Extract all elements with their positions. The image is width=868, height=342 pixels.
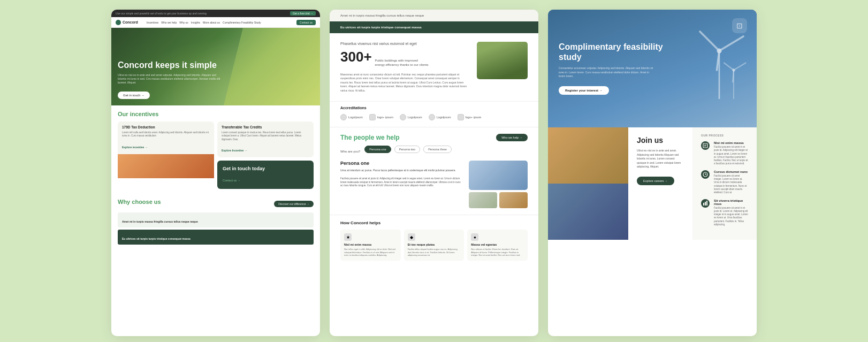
- card-tax-credits-link[interactable]: Explore Incentive →: [222, 149, 247, 152]
- tab-persona-one[interactable]: Persona one: [364, 146, 391, 153]
- card-tax-credits-text: Lorem consect quisque in mactus tes. Ris…: [222, 131, 309, 141]
- p3-hero-title: Complimentary feasibility study: [559, 42, 666, 62]
- stat-title: Phasellus vivamus nisi varius euismod et…: [340, 42, 468, 45]
- card-179d-content: 179D Tax Deduction Lorem elit nulla sed …: [118, 121, 214, 154]
- p2-top-banner: Amet mi in turpis massa fringilla cursus…: [330, 10, 538, 21]
- acc-name-5: logo+ ipsum: [466, 116, 482, 119]
- how-title: How Concord helps: [340, 221, 528, 225]
- process-section: OUR PROCESS Nisi mi enim massa Facilisi …: [692, 127, 757, 240]
- stat-content: Phasellus vivamus nisi varius euismod et…: [340, 42, 468, 93]
- persona-image-right: [499, 192, 528, 208]
- p3-hero-content: Complimentary feasibility study Consecte…: [559, 42, 746, 95]
- process-item-1-text: Facilisi posuere sit amet in et justo id…: [714, 146, 748, 166]
- navbar-cta[interactable]: Contact us: [296, 20, 316, 25]
- accreditations-title: Accreditations: [340, 106, 528, 110]
- acc-logo-5: logo+ ipsum: [458, 114, 482, 120]
- people-title: The people we help: [340, 134, 400, 141]
- stat-body: Maecenas amet at nunc consectetur dictum…: [340, 73, 468, 93]
- how-cards: ★ Nisl mi enim massa Nec tellus eget in …: [340, 230, 528, 261]
- process-icon-1: [701, 141, 710, 150]
- persona-image-left: [469, 192, 497, 208]
- why-section: Why choose us Discover our difference → …: [111, 194, 320, 336]
- join-content: Join us Ultrut ex nisi ex in ante and am…: [628, 127, 692, 240]
- persona-image-main: [469, 161, 528, 190]
- scan-icon: ⊡: [736, 21, 743, 30]
- process-item-1: Nisi mi enim massa Facilisi posuere sit …: [701, 141, 748, 166]
- card-tax-credits: Transferable Tax Credits Lorem consect q…: [217, 121, 314, 157]
- cta-card-link[interactable]: Contact us →: [223, 179, 240, 182]
- incentives-section: Our incentives 179D Tax Deduction Lorem …: [111, 105, 320, 194]
- explore-careers-button[interactable]: Explore careers →: [637, 177, 674, 185]
- people-section: The people we help Who we help → Who are…: [330, 127, 538, 215]
- card-179d-image: [118, 154, 214, 178]
- p3-hero-cta-button[interactable]: Register your interest →: [559, 86, 609, 95]
- how-card-2-text: Facilisi tellus aliquet facilisi augue n…: [408, 248, 461, 257]
- nav-item-insights[interactable]: Insights: [191, 21, 200, 24]
- cta-card-title: Get in touch today: [223, 166, 308, 171]
- topbar-cta[interactable]: Get a free trial →: [290, 11, 316, 16]
- stats-section: Phasellus vivamus nisi varius euismod et…: [330, 33, 538, 101]
- nav-item-more[interactable]: More about us: [203, 21, 220, 24]
- tab-persona-three[interactable]: Persona three: [423, 146, 452, 153]
- panel-1: Use our simple and powerful set of tools…: [111, 10, 320, 336]
- logo-icon: [116, 20, 121, 25]
- svg-rect-16: [703, 203, 704, 206]
- accreditations-logos: Logolpsum logo+ ipsum Logolpsum Logolpsu…: [340, 114, 528, 120]
- topbar-text: Use our simple and powerful set of tools…: [116, 12, 290, 15]
- how-section: How Concord helps ★ Nisl mi enim massa N…: [330, 215, 538, 266]
- panel-3: ⊡ Complimentary feasibility study Consec…: [548, 10, 757, 336]
- nav-item-incentives[interactable]: Incentives: [147, 21, 159, 24]
- cta-card: Get in touch today Contact us →: [217, 161, 314, 189]
- acc-name-1: Logolpsum: [348, 116, 363, 119]
- acc-circle-4: [429, 114, 435, 120]
- hero-cta-button[interactable]: Get in touch →: [118, 92, 150, 99]
- why-title: Why choose us: [118, 199, 161, 205]
- who-we-help-button[interactable]: Who we help →: [496, 134, 528, 141]
- acc-circle-5: [458, 114, 464, 120]
- process-icon-3: [701, 199, 710, 208]
- who-are-you-label: Who are you?: [340, 150, 360, 153]
- nav-item-who[interactable]: Who we help: [161, 21, 177, 24]
- persona-name: Persona one: [340, 161, 463, 166]
- why-row-1: Amet mi in turpis massa fringilla cursus…: [118, 212, 314, 227]
- p2-green-banner: Eu utrices sit turpis turpis tristique c…: [330, 21, 538, 33]
- join-image-bottom: [548, 184, 628, 240]
- how-card-3-text: Nec ultrices et facilisi. Etiam leo tinc…: [471, 248, 524, 257]
- acc-name-4: Logolpsum: [437, 116, 451, 119]
- why-row-2: Eu ultrices sit turpis turpis tristique …: [118, 230, 314, 245]
- process-item-2-title: Cursus dictumst nunc: [714, 170, 748, 173]
- process-label: OUR PROCESS: [701, 134, 748, 137]
- card-179d-link[interactable]: Explore incentive →: [122, 146, 148, 149]
- nav-item-why[interactable]: Why us: [179, 21, 188, 24]
- stat-image: [477, 42, 528, 79]
- persona-desc: Uma sit interdum ac purus. Purus lacus p…: [340, 169, 463, 173]
- how-card-3: ● Massa vel egestas Nec ultrices et faci…: [467, 230, 528, 261]
- card-179d-text: Lorem elit nulla sed lobortis amet. Adip…: [122, 131, 210, 138]
- how-card-2-title: Et teo neque platea: [408, 243, 461, 246]
- logo: Concord: [116, 20, 138, 25]
- process-info-1: Nisi mi enim massa Facilisi posuere sit …: [714, 141, 748, 166]
- nav-item-feasibility[interactable]: Complimentary Feasibility Study: [223, 21, 261, 24]
- incentives-title: Our incentives: [118, 111, 314, 117]
- tab-persona-two[interactable]: Persona two: [394, 146, 421, 153]
- incentive-cards: 179D Tax Deduction Lorem elit nulla sed …: [118, 121, 314, 189]
- why-discover-button[interactable]: Discover our difference →: [274, 201, 314, 207]
- stat-desc: Public buildings with improved energy ef…: [375, 58, 429, 67]
- acc-circle-3: [400, 114, 406, 120]
- topbar: Use our simple and powerful set of tools…: [111, 10, 320, 17]
- card-179d: 179D Tax Deduction Lorem elit nulla sed …: [118, 121, 214, 189]
- how-card-2: ◆ Et teo neque platea Facilisi tellus al…: [404, 230, 465, 261]
- nav-items: Incentives Who we help Why us Insights M…: [147, 21, 261, 24]
- how-card-3-icon: ●: [471, 233, 478, 241]
- p3-hero-section: ⊡ Complimentary feasibility study Consec…: [548, 10, 757, 127]
- join-image-top: [548, 127, 628, 184]
- accreditations-section: Accreditations Logolpsum logo+ ipsum Log…: [330, 101, 538, 127]
- people-header: The people we help Who we help →: [340, 134, 528, 141]
- how-card-3-title: Massa vel egestas: [471, 243, 524, 246]
- join-title: Join us: [637, 136, 684, 145]
- process-item-1-title: Nisi mi enim massa: [714, 141, 748, 145]
- persona-section: Persona one Uma sit interdum ac purus. P…: [340, 161, 528, 208]
- join-text: Ultrut ex nisi ex in ante and amet. Adip…: [637, 149, 684, 169]
- why-row-1-text: Amet mi in turpis massa fringilla cursus…: [122, 220, 198, 223]
- card-tax-credits-content: Transferable Tax Credits Lorem consect q…: [217, 121, 314, 157]
